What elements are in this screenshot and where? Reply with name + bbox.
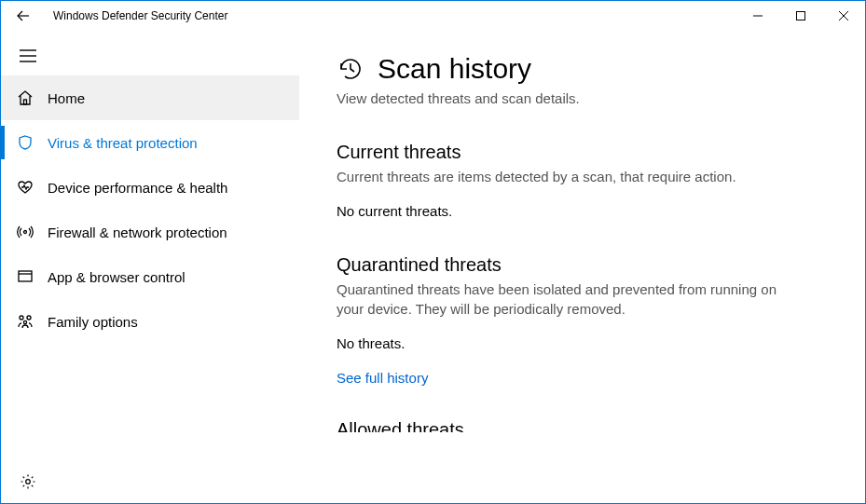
sidebar-item-family-options[interactable]: Family options [1, 299, 299, 344]
sidebar-item-home[interactable]: Home [1, 75, 299, 120]
quarantined-threats-body: No threats. [337, 335, 828, 351]
sidebar-item-label: Home [48, 90, 85, 106]
sidebar-item-label: Virus & threat protection [48, 135, 198, 151]
current-threats-desc: Current threats are items detected by a … [337, 167, 784, 186]
svg-point-12 [20, 316, 23, 320]
minimize-icon [753, 11, 763, 20]
window-title: Windows Defender Security Center [53, 9, 227, 22]
main-content: Scan history View detected threats and s… [299, 31, 865, 503]
sidebar-item-label: App & browser control [48, 269, 186, 285]
allowed-threats-title-partial: Allowed threats [337, 419, 828, 432]
current-threats-title: Current threats [337, 142, 828, 163]
close-icon [839, 11, 848, 20]
sidebar-item-device-performance-health[interactable]: Device performance & health [1, 165, 299, 210]
svg-point-14 [23, 320, 26, 323]
close-button[interactable] [822, 1, 865, 31]
home-icon [16, 89, 34, 107]
title-bar: Windows Defender Security Center [1, 1, 865, 31]
window-control-buttons [736, 1, 865, 31]
quarantined-threats-title: Quarantined threats [337, 254, 828, 276]
sidebar-item-label: Firewall & network protection [48, 225, 227, 240]
menu-toggle-button[interactable] [1, 36, 299, 75]
sidebar: Home Virus & threat protection Device pe… [1, 31, 299, 503]
back-button[interactable] [1, 1, 46, 31]
hamburger-icon [20, 49, 36, 62]
gear-icon [20, 473, 36, 490]
maximize-button[interactable] [779, 1, 822, 31]
sidebar-item-label: Family options [48, 314, 138, 330]
shield-icon [16, 133, 34, 152]
history-icon [337, 55, 364, 83]
minimize-button[interactable] [736, 1, 779, 31]
network-icon [16, 223, 34, 241]
svg-rect-10 [19, 271, 32, 281]
family-icon [16, 312, 34, 331]
sidebar-item-virus-threat-protection[interactable]: Virus & threat protection [1, 120, 299, 165]
svg-point-13 [27, 316, 31, 320]
settings-button[interactable] [1, 460, 299, 503]
quarantined-threats-desc: Quarantined threats have been isolated a… [337, 279, 784, 319]
page-subtitle: View detected threats and scan details. [337, 90, 828, 106]
svg-rect-8 [24, 100, 27, 104]
maximize-icon [796, 11, 805, 20]
back-arrow-icon [16, 8, 31, 23]
sidebar-item-app-browser-control[interactable]: App & browser control [1, 254, 299, 299]
see-full-history-link[interactable]: See full history [337, 370, 828, 386]
sidebar-item-label: Device performance & health [48, 180, 227, 196]
page-header: Scan history [337, 53, 828, 85]
svg-point-15 [26, 480, 31, 484]
current-threats-body: No current threats. [337, 203, 828, 219]
sidebar-item-firewall-network-protection[interactable]: Firewall & network protection [1, 210, 299, 254]
app-browser-icon [16, 267, 34, 286]
page-title: Scan history [378, 53, 531, 85]
svg-point-9 [24, 231, 27, 234]
heartbeat-icon [16, 178, 34, 197]
svg-rect-2 [797, 12, 805, 20]
